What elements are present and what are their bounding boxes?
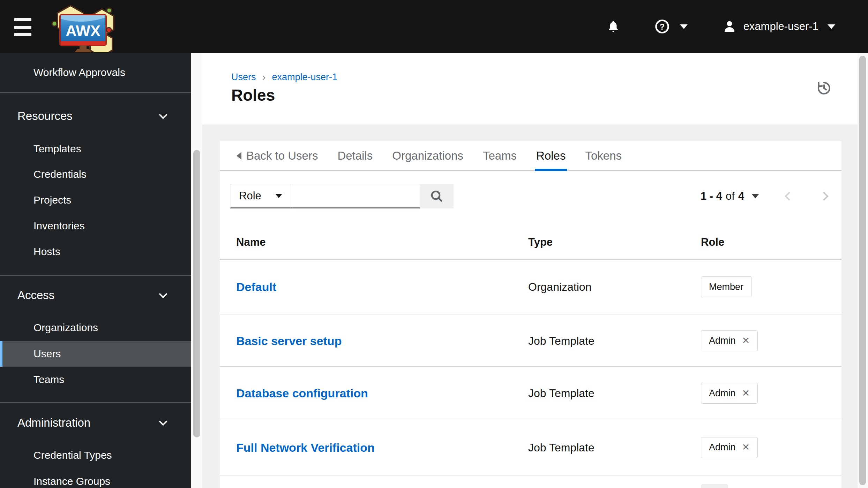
role-resource-link[interactable]: Basic server setup	[236, 334, 342, 348]
sidebar-item-credential-types[interactable]: Credential Types	[0, 444, 191, 466]
history-icon[interactable]	[816, 80, 832, 97]
active-tab-underline	[535, 169, 567, 171]
role-chip: Admin✕	[701, 330, 758, 351]
role-resource-type: Job Template	[528, 441, 594, 454]
hamburger-bar	[14, 18, 31, 21]
filter-type-selected-label: Role	[239, 190, 261, 202]
chevron-down-icon	[159, 290, 167, 298]
sidebar-item-projects[interactable]: Projects	[0, 189, 191, 211]
tab-organizations[interactable]: Organizations	[382, 141, 473, 170]
role-chip-label: Admin	[709, 388, 736, 399]
breadcrumb: Users › example-user-1	[231, 71, 337, 83]
sidebar-item-credentials[interactable]: Credentials	[0, 163, 191, 185]
caret-down-icon	[275, 194, 282, 198]
breadcrumb-separator: ›	[262, 71, 266, 83]
role-chip: Member	[701, 276, 751, 297]
tab-details[interactable]: Details	[328, 141, 382, 170]
caret-down-icon	[828, 24, 835, 29]
sidebar-item-templates[interactable]: Templates	[0, 138, 191, 160]
sidebar-item-workflow-approvals[interactable]: Workflow Approvals	[0, 61, 191, 84]
sidebar-item-label: Credential Types	[33, 449, 112, 461]
role-resource-link[interactable]: Database configuration	[236, 387, 368, 400]
role-resource-type: Job Template	[528, 387, 594, 400]
tab-back-to-users[interactable]: Back to Users	[227, 141, 328, 170]
sidebar-divider	[0, 402, 191, 403]
hamburger-bar	[14, 26, 31, 29]
column-header-type: Type	[528, 236, 553, 249]
caret-left-icon	[237, 152, 241, 160]
tab-label: Back to Users	[246, 149, 318, 162]
svg-text:?: ?	[659, 22, 664, 31]
svg-text:AWX: AWX	[66, 22, 100, 39]
column-header-name: Name	[236, 236, 265, 249]
tab-tokens[interactable]: Tokens	[575, 141, 631, 170]
hamburger-bar	[14, 33, 31, 36]
pagination-range: 1 - 4	[701, 190, 722, 203]
sidebar-scrollbar-thumb[interactable]	[193, 150, 200, 437]
column-header-role: Role	[701, 236, 724, 249]
sidebar-nav: Workflow Approvals Resources Templates C…	[0, 53, 191, 488]
sidebar-item-inventories[interactable]: Inventories	[0, 215, 191, 237]
page-scrollbar[interactable]	[858, 53, 868, 488]
awx-logo-graphic: AWX	[49, 1, 124, 52]
role-chip: Admin✕	[701, 437, 758, 458]
tab-roles[interactable]: Roles	[526, 141, 575, 170]
pagination-menu-caret-icon[interactable]	[752, 194, 759, 198]
roles-panel: Back to Users Details Organizations Team…	[220, 141, 841, 488]
search-button[interactable]	[420, 184, 454, 208]
sidebar-group-administration[interactable]: Administration	[0, 412, 191, 434]
user-menu[interactable]: example-user-1	[723, 20, 835, 33]
sidebar-group-access[interactable]: Access	[0, 284, 191, 306]
search-icon	[430, 189, 444, 203]
chevron-left-icon[interactable]	[785, 192, 793, 200]
sidebar-group-label: Administration	[17, 416, 90, 429]
chevron-down-icon	[159, 110, 167, 119]
notifications-bell-icon[interactable]	[607, 20, 620, 33]
sidebar-scrollbar[interactable]	[191, 53, 202, 488]
sidebar-item-organizations[interactable]: Organizations	[0, 317, 191, 339]
pagination-of-label: of	[726, 190, 735, 203]
table-row: Full Network Verification Job Template A…	[220, 420, 841, 475]
role-resource-link[interactable]: Default	[236, 280, 276, 294]
breadcrumb-link-user[interactable]: example-user-1	[272, 72, 338, 83]
user-menu-label: example-user-1	[743, 20, 818, 33]
role-chip-label: Admin	[709, 335, 736, 346]
tab-teams[interactable]: Teams	[473, 141, 526, 170]
sidebar-item-label: Projects	[33, 194, 71, 206]
role-chip-label: Admin	[709, 442, 736, 453]
table-row: Basic server setup Job Template Admin✕	[220, 315, 841, 367]
sidebar-item-label: Inventories	[33, 220, 85, 232]
remove-role-icon[interactable]: ✕	[742, 389, 750, 398]
tab-label: Organizations	[392, 149, 463, 162]
filter-type-select[interactable]: Role	[230, 184, 291, 208]
pagination-total: 4	[738, 190, 744, 203]
sidebar-divider	[0, 92, 191, 93]
tab-label: Teams	[483, 149, 517, 162]
tab-label: Roles	[536, 149, 566, 162]
remove-role-icon[interactable]: ✕	[742, 336, 750, 345]
masthead: AWX ? example-user-1	[0, 0, 868, 53]
page-header: Users › example-user-1 Roles	[202, 53, 858, 124]
sidebar-item-label: Organizations	[33, 322, 98, 334]
remove-role-icon[interactable]: ✕	[742, 443, 750, 452]
search-input[interactable]	[291, 184, 420, 208]
sidebar-item-teams[interactable]: Teams	[0, 368, 191, 391]
sidebar-item-instance-groups[interactable]: Instance Groups	[0, 470, 191, 488]
role-resource-link[interactable]: Full Network Verification	[236, 441, 375, 454]
sidebar-group-resources[interactable]: Resources	[0, 105, 191, 127]
role-chip-label: Member	[709, 282, 743, 292]
table-row: Default Organization Member	[220, 260, 841, 314]
chevron-right-icon[interactable]	[820, 192, 828, 200]
awx-logo[interactable]: AWX	[49, 1, 124, 52]
page-title: Roles	[231, 86, 275, 105]
help-menu[interactable]: ?	[655, 19, 688, 34]
page-scrollbar-thumb[interactable]	[859, 56, 866, 485]
sidebar-item-users[interactable]: Users	[0, 341, 191, 367]
role-resource-type: Job Template	[528, 334, 594, 347]
question-circle-icon: ?	[655, 19, 669, 34]
nav-toggle-hamburger-icon[interactable]	[14, 17, 36, 37]
role-chip: Admin✕	[701, 383, 758, 404]
sidebar-item-hosts[interactable]: Hosts	[0, 241, 191, 263]
partially-visible-element	[701, 484, 728, 488]
breadcrumb-link-users[interactable]: Users	[231, 72, 256, 83]
